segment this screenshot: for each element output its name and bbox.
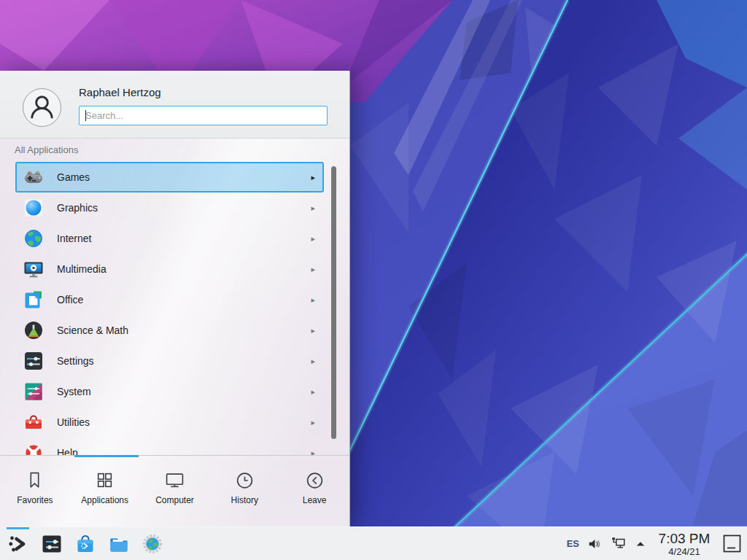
tab-label: History: [231, 495, 258, 505]
digital-clock[interactable]: 7:03 PM 4/24/21: [654, 531, 714, 557]
clock-time: 7:03 PM: [659, 531, 711, 546]
submenu-arrow-icon: ▸: [311, 387, 315, 397]
category-multimedia[interactable]: Multimedia ▸: [15, 254, 324, 284]
tab-leave[interactable]: Leave: [279, 456, 349, 526]
submenu-arrow-icon: ▸: [311, 234, 315, 244]
category-help[interactable]: Help ▸: [15, 438, 324, 455]
tab-label: Leave: [303, 495, 327, 505]
keyboard-layout-indicator[interactable]: ES: [567, 538, 579, 549]
category-label: Utilities: [57, 416, 90, 428]
tab-applications[interactable]: Applications: [70, 456, 140, 526]
launcher-tabbar: Favorites Applications Computer History: [0, 455, 349, 526]
submenu-arrow-icon: ▸: [311, 326, 315, 335]
office-icon: [23, 289, 44, 310]
system-settings-icon: [41, 533, 63, 555]
tab-history[interactable]: History: [209, 456, 279, 526]
tab-favorites[interactable]: Favorites: [0, 456, 70, 526]
multimedia-icon: [23, 259, 44, 279]
browser-globe-icon: [142, 533, 163, 555]
settings-icon: [23, 351, 44, 371]
internet-icon: [23, 228, 44, 249]
category-list: Games ▸ Graphics ▸ Internet: [0, 162, 349, 455]
category-system[interactable]: System ▸: [15, 376, 324, 407]
grid-icon: [95, 470, 115, 490]
file-manager-button[interactable]: [107, 527, 130, 560]
scrollbar-thumb[interactable]: [331, 166, 336, 439]
category-label: Settings: [57, 355, 94, 367]
submenu-arrow-icon: ▸: [311, 265, 315, 274]
category-label: Internet: [57, 233, 91, 244]
category-label: Graphics: [57, 202, 98, 214]
games-icon: [23, 167, 44, 187]
application-launcher: Raphael Hertzog All Applications Games ▸: [0, 71, 350, 526]
tab-computer[interactable]: Computer: [140, 456, 210, 526]
scrollbar-track[interactable]: [331, 166, 336, 439]
tab-label: Applications: [81, 495, 128, 505]
folder-icon: [108, 533, 130, 555]
search-input[interactable]: [80, 106, 327, 125]
category-settings[interactable]: Settings ▸: [15, 346, 324, 376]
network-icon[interactable]: [611, 537, 627, 551]
category-games[interactable]: Games ▸: [15, 162, 324, 192]
submenu-arrow-icon: ▸: [311, 173, 315, 182]
submenu-arrow-icon: ▸: [311, 418, 315, 427]
category-internet[interactable]: Internet ▸: [15, 223, 324, 254]
clock-date: 4/24/21: [668, 546, 700, 557]
category-label: Multimedia: [57, 263, 107, 275]
graphics-icon: [23, 198, 44, 218]
volume-icon[interactable]: [588, 537, 602, 551]
category-office[interactable]: Office ▸: [15, 284, 324, 315]
launcher-header: Raphael Hertzog: [0, 71, 349, 139]
discover-icon: [74, 533, 96, 555]
search-box: [79, 106, 328, 125]
category-label: Office: [57, 294, 83, 306]
submenu-arrow-icon: ▸: [311, 203, 315, 213]
clock-icon: [235, 470, 255, 490]
web-browser-button[interactable]: [141, 527, 163, 560]
submenu-arrow-icon: ▸: [311, 357, 315, 366]
taskbar: ES 7:03 PM 4/24/21: [0, 526, 747, 560]
category-label: Games: [57, 171, 90, 183]
category-graphics[interactable]: Graphics ▸: [15, 192, 324, 223]
tab-label: Computer: [155, 495, 194, 505]
utilities-icon: [23, 412, 44, 432]
leave-icon: [305, 470, 325, 490]
user-icon: [23, 89, 61, 126]
category-utilities[interactable]: Utilities ▸: [15, 407, 324, 438]
science-icon: [23, 320, 44, 341]
user-avatar[interactable]: [23, 88, 61, 127]
tray-expander-icon[interactable]: [635, 540, 646, 547]
system-settings-button[interactable]: [40, 527, 63, 560]
monitor-icon: [165, 470, 185, 490]
application-launcher-button[interactable]: [7, 527, 29, 560]
show-desktop-button[interactable]: [723, 534, 741, 553]
kde-launcher-icon: [7, 533, 29, 555]
discover-button[interactable]: [74, 527, 96, 560]
text-cursor: [85, 110, 86, 121]
submenu-arrow-icon: ▸: [311, 295, 315, 305]
submenu-arrow-icon: ▸: [311, 448, 315, 456]
bookmark-icon: [25, 470, 44, 490]
category-label: System: [57, 386, 91, 397]
active-tab-indicator: [74, 455, 139, 457]
category-science-math[interactable]: Science & Math ▸: [15, 315, 324, 346]
system-tray: ES 7:03 PM 4/24/21: [567, 527, 741, 560]
taskbar-apps: [7, 527, 163, 560]
user-name: Raphael Hertzog: [79, 86, 161, 98]
help-icon: [23, 443, 44, 455]
category-label: Science & Math: [57, 324, 128, 336]
system-icon: [23, 381, 44, 402]
category-label: Help: [57, 447, 78, 455]
tab-label: Favorites: [17, 495, 53, 505]
show-desktop-icon: [723, 534, 741, 553]
active-app-indicator: [7, 527, 29, 529]
section-label: All Applications: [15, 144, 78, 155]
